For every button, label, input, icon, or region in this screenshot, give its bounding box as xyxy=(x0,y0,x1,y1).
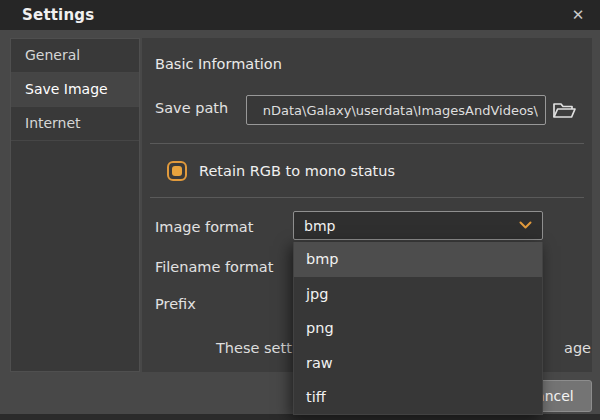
dropdown-option-bmp[interactable]: bmp xyxy=(294,242,542,277)
dropdown-option-tiff[interactable]: tiff xyxy=(294,380,542,415)
sidebar: General Save Image Internet xyxy=(10,38,140,372)
retain-rgb-label: Retain RGB to mono status xyxy=(199,163,395,179)
settings-dialog: Settings ✕ General Save Image Internet B… xyxy=(0,0,600,420)
prefix-label: Prefix xyxy=(155,296,196,312)
close-icon: ✕ xyxy=(572,6,585,24)
browse-folder-button[interactable] xyxy=(551,98,577,122)
image-format-dropdown: bmp jpg png raw tiff xyxy=(293,242,543,415)
dropdown-option-jpg[interactable]: jpg xyxy=(294,277,542,312)
filename-format-label: Filename format xyxy=(155,259,273,275)
settings-note-fragment-right: age xyxy=(564,340,591,356)
dropdown-option-png[interactable]: png xyxy=(294,311,542,346)
close-button[interactable]: ✕ xyxy=(564,0,592,30)
divider xyxy=(150,143,584,144)
retain-rgb-checkbox[interactable] xyxy=(167,161,187,181)
title-bar: Settings ✕ xyxy=(0,0,600,30)
image-format-select[interactable]: bmp xyxy=(293,211,543,240)
checkbox-check-mark xyxy=(172,166,182,176)
page-title: Settings xyxy=(22,6,94,24)
divider xyxy=(150,197,584,198)
save-path-input[interactable] xyxy=(246,95,546,125)
image-format-value: bmp xyxy=(304,218,335,234)
folder-open-icon xyxy=(551,107,577,126)
section-title: Basic Information xyxy=(155,56,282,72)
image-format-label: Image format xyxy=(155,219,253,235)
dropdown-option-raw[interactable]: raw xyxy=(294,346,542,381)
sidebar-item-save-image[interactable]: Save Image xyxy=(11,73,139,107)
settings-note-fragment-left: These setti xyxy=(216,340,296,356)
sidebar-item-general[interactable]: General xyxy=(11,39,139,73)
chevron-down-icon xyxy=(519,221,532,230)
sidebar-item-internet[interactable]: Internet xyxy=(11,107,139,141)
save-path-label: Save path xyxy=(155,100,228,116)
